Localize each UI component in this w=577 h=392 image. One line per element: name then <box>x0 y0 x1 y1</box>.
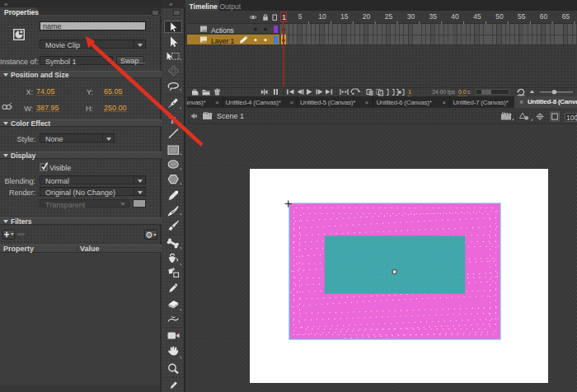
svg-text:15: 15 <box>340 12 349 21</box>
svg-text:60: 60 <box>540 12 548 21</box>
svg-text:55: 55 <box>518 12 526 21</box>
svg-text:T: T <box>169 114 176 126</box>
svg-text:50: 50 <box>495 12 504 21</box>
svg-text:35: 35 <box>429 12 438 21</box>
svg-text:25: 25 <box>385 12 393 21</box>
svg-text:30: 30 <box>407 12 415 21</box>
svg-text:20: 20 <box>363 12 371 21</box>
svg-text:5: 5 <box>298 12 303 21</box>
svg-text:65: 65 <box>562 12 570 21</box>
svg-text:40: 40 <box>451 12 459 21</box>
svg-text:45: 45 <box>473 12 481 21</box>
svg-text:10: 10 <box>318 12 326 21</box>
